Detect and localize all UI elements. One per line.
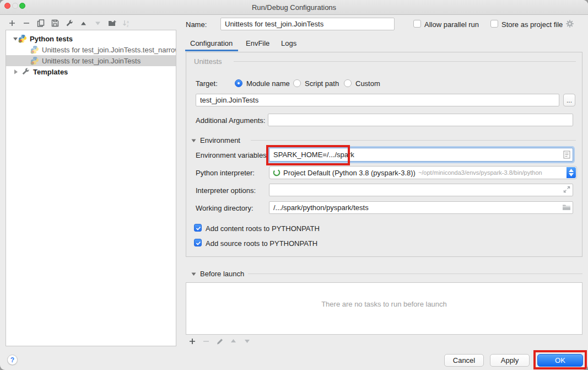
expand-field-icon[interactable] (563, 186, 570, 195)
python-test-icon (30, 45, 39, 54)
target-script-path-label: Script path (305, 79, 339, 88)
tree-item-label: Unittests for test_join.JoinTests (42, 57, 141, 65)
help-button[interactable]: ? (7, 355, 18, 365)
remove-configuration-icon[interactable] (22, 19, 30, 28)
edit-task-icon (215, 337, 224, 345)
before-launch-label: Before launch (200, 270, 244, 278)
working-directory-input[interactable] (269, 201, 573, 214)
tree-item-label: Templates (33, 68, 68, 76)
move-up-icon[interactable] (79, 19, 88, 28)
interpreter-path: ~/opt/miniconda3/envs/pyspark-3.8/bin/py… (418, 169, 542, 176)
tab-configuration[interactable]: Configuration (190, 39, 233, 47)
templates-wrench-icon (21, 67, 30, 76)
target-module-name-radio[interactable] (235, 79, 242, 87)
collapse-icon[interactable] (13, 36, 18, 41)
add-source-roots-checkbox[interactable] (194, 239, 202, 246)
move-down-icon (94, 19, 102, 28)
collapse-icon (191, 271, 196, 276)
unittests-group-title: Unittests (194, 57, 222, 66)
python-tests-icon (18, 34, 27, 43)
tree-item-label: Python tests (30, 35, 73, 43)
environment-variables-label: Environment variables: (196, 151, 268, 159)
environment-section-label: Environment (200, 136, 240, 144)
cancel-button[interactable]: Cancel (444, 354, 484, 367)
conda-env-icon (273, 169, 280, 176)
window-title: Run/Debug Configurations (0, 3, 588, 12)
environment-section-header[interactable]: Environment (191, 136, 240, 144)
name-label: Name: (186, 20, 207, 29)
collapse-icon (191, 138, 196, 143)
tree-item-templates[interactable]: Templates (6, 66, 176, 77)
store-options-gear-icon[interactable] (565, 19, 574, 30)
create-folder-icon[interactable] (108, 19, 116, 28)
select-stepper-icon[interactable] (567, 167, 576, 178)
name-input[interactable] (220, 18, 395, 30)
browse-target-button[interactable]: ... (563, 94, 575, 106)
configurations-tree: Python tests Unittests for test_join.Joi… (6, 30, 176, 346)
tree-item-unittest-narrow[interactable]: Unittests for test_join.JoinTests.test_n… (6, 44, 176, 55)
svg-text:z: z (127, 23, 128, 27)
target-custom-radio[interactable] (344, 79, 352, 87)
target-module-name-label: Module name (246, 79, 290, 88)
configurations-toolbar: az (8, 18, 131, 28)
tree-item-unittest-jointests-selected[interactable]: Unittests for test_join.JoinTests (6, 55, 176, 66)
before-launch-header[interactable]: Before launch (191, 270, 244, 278)
task-up-icon (229, 337, 238, 345)
python-test-icon (30, 56, 39, 65)
interpreter-options-label: Interpreter options: (196, 186, 256, 195)
copy-configuration-icon[interactable] (36, 19, 45, 28)
group-separator (234, 61, 576, 62)
before-launch-empty-text: There are no tasks to run before launch (186, 300, 582, 308)
save-configuration-icon[interactable] (51, 19, 59, 28)
allow-parallel-run-label: Allow parallel run (424, 20, 479, 29)
python-interpreter-label: Python interpreter: (196, 169, 255, 177)
tab-envfile[interactable]: EnvFile (246, 39, 269, 47)
tab-logs[interactable]: Logs (281, 39, 296, 47)
target-custom-label: Custom (355, 79, 380, 88)
environment-variables-input[interactable] (269, 148, 573, 162)
edit-templates-icon[interactable] (65, 19, 73, 28)
ok-button[interactable]: OK (537, 354, 583, 367)
additional-arguments-label: Additional Arguments: (196, 116, 265, 125)
interpreter-options-input[interactable] (269, 184, 573, 196)
python-interpreter-select[interactable]: Project Default (Python 3.8 (pyspark-3.8… (269, 166, 577, 179)
tree-item-python-tests[interactable]: Python tests (6, 30, 176, 44)
environment-separator (251, 140, 576, 141)
titlebar: Run/Debug Configurations (0, 0, 588, 15)
folder-icon[interactable] (562, 203, 571, 213)
additional-arguments-input[interactable] (268, 114, 573, 126)
working-directory-label: Working directory: (196, 204, 253, 212)
target-label: Target: (196, 79, 218, 88)
add-content-roots-checkbox[interactable] (194, 224, 202, 232)
remove-task-icon (202, 337, 210, 345)
before-launch-task-list[interactable]: There are no tasks to run before launch (186, 282, 582, 335)
run-debug-configurations-dialog: Run/Debug Configurations az Py (0, 0, 588, 370)
add-source-roots-label: Add source roots to PYTHONPATH (206, 239, 317, 248)
store-as-project-file-label: Store as project file (501, 20, 563, 29)
sort-configurations-icon: az (122, 19, 131, 28)
tree-item-label: Unittests for test_join.JoinTests.test_n… (42, 46, 176, 54)
svg-text:a: a (127, 19, 129, 23)
allow-parallel-run-checkbox[interactable] (413, 20, 421, 28)
add-configuration-icon[interactable] (8, 19, 16, 28)
before-launch-separator (248, 274, 582, 274)
interpreter-value: Project Default (Python 3.8 (pyspark-3.8… (283, 169, 416, 177)
add-content-roots-label: Add content roots to PYTHONPATH (206, 224, 320, 233)
add-task-icon[interactable] (188, 337, 196, 345)
expand-icon[interactable] (13, 69, 18, 74)
active-tab-indicator (185, 50, 238, 51)
target-module-input[interactable] (196, 94, 559, 106)
target-script-path-radio[interactable] (293, 79, 301, 87)
env-vars-browse-icon[interactable] (563, 151, 571, 161)
before-launch-toolbar (188, 337, 251, 345)
task-down-icon (243, 337, 251, 345)
apply-button[interactable]: Apply (490, 354, 530, 367)
store-as-project-file-checkbox[interactable] (490, 20, 498, 28)
